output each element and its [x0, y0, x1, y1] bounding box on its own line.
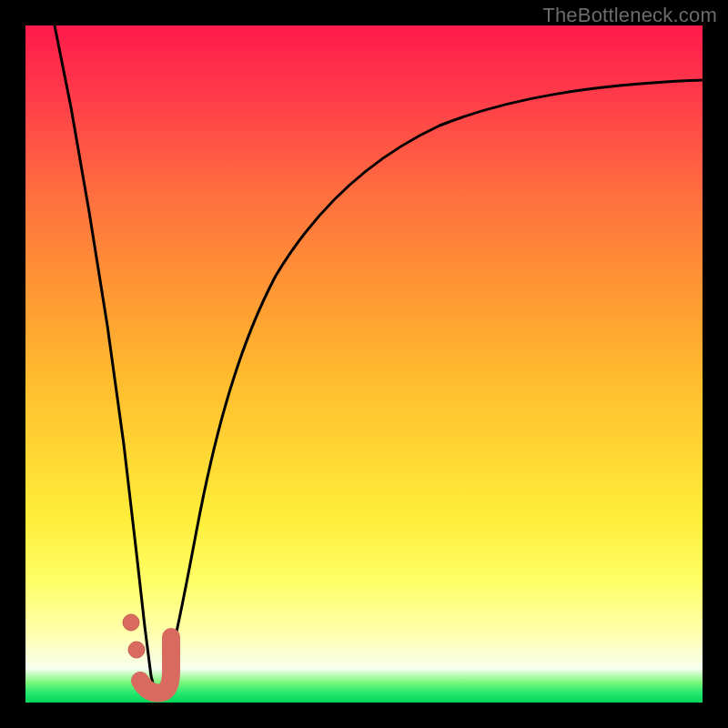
right-branch-curve	[162, 80, 703, 686]
marker-j-hook	[140, 637, 171, 693]
watermark-text: TheBottleneck.com	[542, 4, 717, 27]
outer-frame: TheBottleneck.com	[0, 0, 728, 728]
left-branch-curve	[53, 16, 155, 690]
marker-dot-upper	[123, 614, 139, 631]
marker-dot-lower	[128, 642, 145, 658]
curve-layer	[25, 25, 703, 703]
